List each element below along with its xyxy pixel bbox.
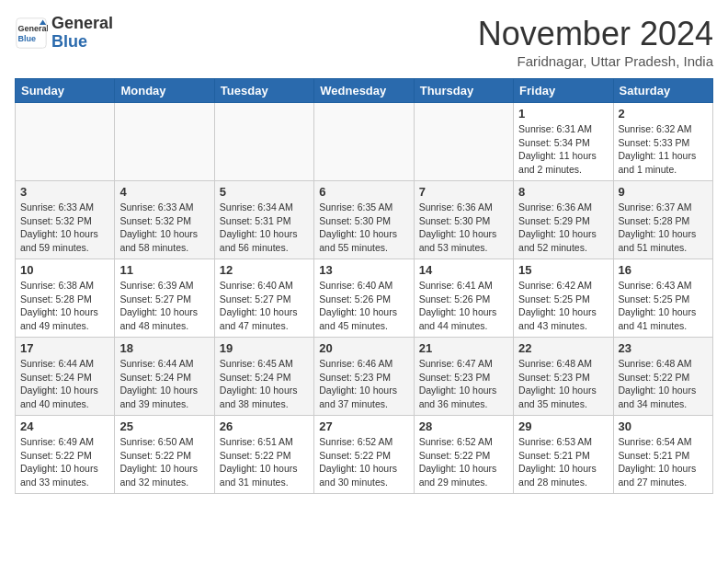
day-info: Sunrise: 6:52 AM Sunset: 5:22 PM Dayligh…: [319, 435, 408, 489]
calendar-cell: 7Sunrise: 6:36 AM Sunset: 5:30 PM Daylig…: [414, 181, 513, 259]
calendar-cell: 18Sunrise: 6:44 AM Sunset: 5:24 PM Dayli…: [115, 338, 214, 416]
calendar-cell: 28Sunrise: 6:52 AM Sunset: 5:22 PM Dayli…: [414, 416, 513, 494]
day-info: Sunrise: 6:33 AM Sunset: 5:32 PM Dayligh…: [20, 201, 109, 255]
day-number: 17: [20, 341, 109, 355]
day-info: Sunrise: 6:54 AM Sunset: 5:21 PM Dayligh…: [619, 435, 708, 489]
day-number: 15: [518, 263, 608, 277]
calendar-cell: [314, 103, 414, 181]
title-block: November 2024 Faridnagar, Uttar Pradesh,…: [478, 15, 713, 69]
calendar-week-row: 3Sunrise: 6:33 AM Sunset: 5:32 PM Daylig…: [16, 181, 713, 259]
calendar-cell: 6Sunrise: 6:35 AM Sunset: 5:30 PM Daylig…: [314, 181, 414, 259]
day-number: 26: [220, 419, 309, 433]
day-number: 4: [119, 185, 209, 199]
logo-blue-text: Blue: [51, 32, 87, 51]
day-number: 28: [419, 419, 508, 433]
calendar-cell: [115, 103, 214, 181]
day-number: 19: [220, 341, 309, 355]
day-number: 9: [619, 185, 708, 199]
day-number: 20: [319, 341, 408, 355]
day-info: Sunrise: 6:52 AM Sunset: 5:22 PM Dayligh…: [419, 435, 508, 489]
day-info: Sunrise: 6:43 AM Sunset: 5:25 PM Dayligh…: [619, 279, 708, 333]
logo-general-text: General: [51, 14, 113, 32]
calendar-cell: 21Sunrise: 6:47 AM Sunset: 5:23 PM Dayli…: [414, 338, 513, 416]
day-info: Sunrise: 6:31 AM Sunset: 5:34 PM Dayligh…: [518, 122, 608, 177]
calendar-cell: 3Sunrise: 6:33 AM Sunset: 5:32 PM Daylig…: [16, 181, 115, 259]
calendar-cell: 30Sunrise: 6:54 AM Sunset: 5:21 PM Dayli…: [613, 416, 712, 494]
calendar-cell: 29Sunrise: 6:53 AM Sunset: 5:21 PM Dayli…: [514, 416, 613, 494]
calendar-cell: 13Sunrise: 6:40 AM Sunset: 5:26 PM Dayli…: [314, 259, 414, 338]
day-info: Sunrise: 6:45 AM Sunset: 5:24 PM Dayligh…: [220, 357, 309, 411]
day-number: 5: [220, 185, 309, 199]
day-info: Sunrise: 6:35 AM Sunset: 5:30 PM Dayligh…: [319, 201, 408, 255]
calendar-table: SundayMondayTuesdayWednesdayThursdayFrid…: [15, 78, 713, 494]
weekday-header-row: SundayMondayTuesdayWednesdayThursdayFrid…: [16, 79, 713, 103]
day-number: 30: [619, 419, 708, 433]
calendar-cell: 23Sunrise: 6:48 AM Sunset: 5:22 PM Dayli…: [613, 338, 712, 416]
calendar-cell: 25Sunrise: 6:50 AM Sunset: 5:22 PM Dayli…: [115, 416, 214, 494]
day-number: 29: [518, 419, 608, 433]
calendar-cell: 1Sunrise: 6:31 AM Sunset: 5:34 PM Daylig…: [514, 103, 613, 181]
day-info: Sunrise: 6:48 AM Sunset: 5:22 PM Dayligh…: [619, 357, 708, 411]
calendar-cell: [414, 103, 513, 181]
calendar-cell: 20Sunrise: 6:46 AM Sunset: 5:23 PM Dayli…: [314, 338, 414, 416]
weekday-header-tuesday: Tuesday: [214, 79, 313, 103]
weekday-header-thursday: Thursday: [414, 79, 513, 103]
day-number: 25: [119, 419, 209, 433]
calendar-week-row: 17Sunrise: 6:44 AM Sunset: 5:24 PM Dayli…: [16, 338, 713, 416]
day-info: Sunrise: 6:51 AM Sunset: 5:22 PM Dayligh…: [220, 435, 309, 489]
weekday-header-sunday: Sunday: [16, 79, 115, 103]
calendar-cell: 2Sunrise: 6:32 AM Sunset: 5:33 PM Daylig…: [613, 103, 712, 181]
day-number: 27: [319, 419, 408, 433]
day-info: Sunrise: 6:36 AM Sunset: 5:29 PM Dayligh…: [518, 201, 608, 255]
weekday-header-friday: Friday: [514, 79, 613, 103]
calendar-cell: 27Sunrise: 6:52 AM Sunset: 5:22 PM Dayli…: [314, 416, 414, 494]
page-header: General Blue General Blue November 2024 …: [15, 15, 713, 69]
day-info: Sunrise: 6:33 AM Sunset: 5:32 PM Dayligh…: [119, 201, 209, 255]
day-number: 12: [220, 263, 309, 277]
day-info: Sunrise: 6:46 AM Sunset: 5:23 PM Dayligh…: [319, 357, 408, 411]
day-number: 21: [419, 341, 508, 355]
day-number: 6: [319, 185, 408, 199]
calendar-week-row: 10Sunrise: 6:38 AM Sunset: 5:28 PM Dayli…: [16, 259, 713, 338]
calendar-cell: 12Sunrise: 6:40 AM Sunset: 5:27 PM Dayli…: [214, 259, 313, 338]
day-number: 13: [319, 263, 408, 277]
calendar-cell: 19Sunrise: 6:45 AM Sunset: 5:24 PM Dayli…: [214, 338, 313, 416]
day-number: 7: [419, 185, 508, 199]
calendar-cell: 11Sunrise: 6:39 AM Sunset: 5:27 PM Dayli…: [115, 259, 214, 338]
logo-icon: General Blue: [15, 17, 48, 50]
day-info: Sunrise: 6:49 AM Sunset: 5:22 PM Dayligh…: [20, 435, 109, 489]
svg-text:General: General: [18, 24, 48, 33]
calendar-cell: 4Sunrise: 6:33 AM Sunset: 5:32 PM Daylig…: [115, 181, 214, 259]
calendar-week-row: 24Sunrise: 6:49 AM Sunset: 5:22 PM Dayli…: [16, 416, 713, 494]
day-info: Sunrise: 6:53 AM Sunset: 5:21 PM Dayligh…: [518, 435, 608, 489]
day-info: Sunrise: 6:48 AM Sunset: 5:23 PM Dayligh…: [518, 357, 608, 411]
logo: General Blue General Blue: [15, 15, 113, 52]
calendar-cell: 22Sunrise: 6:48 AM Sunset: 5:23 PM Dayli…: [514, 338, 613, 416]
day-number: 10: [20, 263, 109, 277]
weekday-header-wednesday: Wednesday: [314, 79, 414, 103]
calendar-cell: 5Sunrise: 6:34 AM Sunset: 5:31 PM Daylig…: [214, 181, 313, 259]
location-subtitle: Faridnagar, Uttar Pradesh, India: [478, 53, 713, 69]
calendar-cell: [16, 103, 115, 181]
calendar-cell: 8Sunrise: 6:36 AM Sunset: 5:29 PM Daylig…: [514, 181, 613, 259]
day-number: 1: [518, 107, 608, 121]
day-info: Sunrise: 6:32 AM Sunset: 5:33 PM Dayligh…: [619, 122, 708, 177]
day-info: Sunrise: 6:50 AM Sunset: 5:22 PM Dayligh…: [119, 435, 209, 489]
day-info: Sunrise: 6:42 AM Sunset: 5:25 PM Dayligh…: [518, 279, 608, 333]
day-info: Sunrise: 6:37 AM Sunset: 5:28 PM Dayligh…: [619, 201, 708, 255]
calendar-week-row: 1Sunrise: 6:31 AM Sunset: 5:34 PM Daylig…: [16, 103, 713, 181]
day-number: 18: [119, 341, 209, 355]
day-number: 8: [518, 185, 608, 199]
day-number: 11: [119, 263, 209, 277]
calendar-cell: 9Sunrise: 6:37 AM Sunset: 5:28 PM Daylig…: [613, 181, 712, 259]
calendar-cell: 26Sunrise: 6:51 AM Sunset: 5:22 PM Dayli…: [214, 416, 313, 494]
calendar-cell: 10Sunrise: 6:38 AM Sunset: 5:28 PM Dayli…: [16, 259, 115, 338]
day-number: 22: [518, 341, 608, 355]
day-number: 24: [20, 419, 109, 433]
weekday-header-saturday: Saturday: [613, 79, 712, 103]
day-number: 3: [20, 185, 109, 199]
calendar-cell: 17Sunrise: 6:44 AM Sunset: 5:24 PM Dayli…: [16, 338, 115, 416]
calendar-cell: [214, 103, 313, 181]
calendar-cell: 16Sunrise: 6:43 AM Sunset: 5:25 PM Dayli…: [613, 259, 712, 338]
day-number: 16: [619, 263, 708, 277]
